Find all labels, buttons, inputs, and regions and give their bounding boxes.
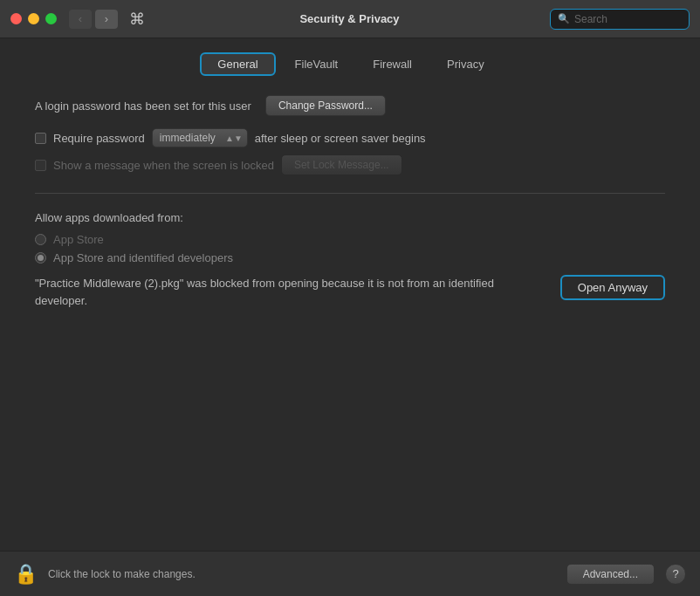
app-store-identified-radio[interactable] bbox=[35, 252, 46, 264]
show-message-checkbox[interactable] bbox=[35, 160, 46, 171]
login-password-row: A login password has been set for this u… bbox=[35, 95, 665, 116]
open-anyway-button[interactable]: Open Anyway bbox=[560, 275, 665, 300]
advanced-button[interactable]: Advanced... bbox=[566, 564, 655, 585]
back-button[interactable]: ‹ bbox=[69, 10, 92, 29]
traffic-lights bbox=[10, 13, 57, 24]
blocked-message-text: "Practice Middleware (2).pkg" was blocke… bbox=[35, 275, 546, 309]
help-button[interactable]: ? bbox=[665, 564, 686, 585]
search-box: 🔍 bbox=[550, 9, 690, 30]
close-button[interactable] bbox=[10, 13, 22, 24]
lock-message-row: Show a message when the screen is locked… bbox=[35, 154, 665, 175]
window-title: Security & Privacy bbox=[149, 12, 550, 25]
change-password-button[interactable]: Change Password... bbox=[265, 95, 386, 116]
allow-apps-section: Allow apps downloaded from: App Store Ap… bbox=[35, 211, 665, 309]
after-sleep-label: after sleep or screen saver begins bbox=[255, 132, 426, 145]
tab-firewall[interactable]: Firewall bbox=[357, 52, 428, 76]
minimize-button[interactable] bbox=[28, 13, 39, 24]
grid-button[interactable]: ⌘ bbox=[125, 7, 149, 31]
tab-general[interactable]: General bbox=[200, 52, 275, 76]
app-store-radio[interactable] bbox=[35, 234, 46, 245]
main-content: A login password has been set for this u… bbox=[0, 86, 700, 309]
nav-buttons: ‹ › bbox=[69, 10, 118, 29]
blocked-message-row: "Practice Middleware (2).pkg" was blocke… bbox=[35, 275, 665, 309]
require-password-label: Require password bbox=[53, 132, 145, 145]
tab-filevault[interactable]: FileVault bbox=[279, 52, 354, 76]
fullscreen-button[interactable] bbox=[45, 13, 57, 24]
allow-apps-title: Allow apps downloaded from: bbox=[35, 211, 665, 224]
set-lock-message-button[interactable]: Set Lock Message... bbox=[281, 154, 402, 175]
forward-button[interactable]: › bbox=[95, 10, 118, 29]
chevron-down-icon: ▲▼ bbox=[225, 134, 243, 143]
lock-icon[interactable]: 🔒 bbox=[14, 563, 38, 586]
app-store-identified-radio-row: App Store and identified developers bbox=[35, 251, 665, 264]
login-password-text: A login password has been set for this u… bbox=[35, 99, 251, 113]
require-password-checkbox[interactable] bbox=[35, 133, 46, 144]
bottom-bar: 🔒 Click the lock to make changes. Advanc… bbox=[0, 551, 700, 596]
section-divider bbox=[35, 193, 665, 194]
search-input[interactable] bbox=[574, 13, 682, 25]
require-password-row: Require password immediately ▲▼ after sl… bbox=[35, 128, 665, 147]
lock-text: Click the lock to make changes. bbox=[48, 568, 556, 580]
tab-privacy[interactable]: Privacy bbox=[431, 52, 500, 76]
immediately-dropdown[interactable]: immediately ▲▼ bbox=[152, 128, 248, 147]
app-store-identified-label: App Store and identified developers bbox=[53, 251, 233, 264]
tabs-bar: General FileVault Firewall Privacy bbox=[0, 38, 700, 86]
show-message-label: Show a message when the screen is locked bbox=[53, 159, 274, 172]
search-icon: 🔍 bbox=[558, 13, 570, 24]
app-store-radio-row: App Store bbox=[35, 233, 665, 246]
title-bar: ‹ › ⌘ Security & Privacy 🔍 bbox=[0, 0, 700, 38]
app-store-label: App Store bbox=[53, 233, 104, 246]
